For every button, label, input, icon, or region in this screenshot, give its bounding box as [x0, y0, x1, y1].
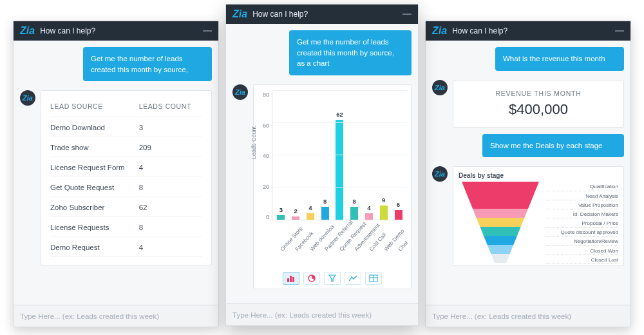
- line-chart-icon[interactable]: [345, 272, 361, 285]
- table-chart-icon[interactable]: [365, 272, 382, 285]
- chat-panel-kpi: Zia How can I help? What is the revenue …: [425, 21, 631, 327]
- table-row: License Requests8: [50, 218, 202, 237]
- col-count: LEADS COUNT: [139, 99, 202, 117]
- cell-source: Get Quote Request: [50, 178, 138, 197]
- bar-value-label: 6: [397, 201, 400, 208]
- pie-chart-icon[interactable]: [303, 272, 320, 285]
- funnel-segment[interactable]: [480, 227, 520, 236]
- chat-panel-table: Zia How can I help? Get me the number of…: [13, 21, 219, 327]
- user-message: Get me the number of leads created this …: [289, 30, 412, 75]
- bar[interactable]: 62: [336, 120, 343, 220]
- funnel-segment[interactable]: [491, 254, 509, 263]
- cell-count: 8: [139, 218, 202, 237]
- cell-source: Demo Request: [50, 238, 138, 257]
- funnel-stage-label: Id. Decision Makers: [546, 211, 618, 219]
- y-tick: 0: [258, 214, 269, 220]
- zia-logo: Zia: [432, 25, 447, 37]
- funnel-stage-labels: QualificationNeed AnalysisValue Proposit…: [546, 182, 618, 265]
- bar[interactable]: 4: [307, 213, 314, 220]
- bar[interactable]: 9: [380, 206, 388, 220]
- minimize-icon[interactable]: [402, 14, 412, 15]
- bar[interactable]: 8: [321, 207, 329, 220]
- ai-response-row: Zia Leads Count 806040200 3248628496 Onl…: [232, 84, 412, 289]
- y-tick: 60: [258, 122, 269, 129]
- funnel-stage-label: Negotiation/Review: [546, 238, 618, 246]
- svg-rect-1: [290, 276, 292, 282]
- cell-source: License Request Form: [50, 158, 138, 177]
- bar[interactable]: 6: [395, 210, 402, 220]
- ai-response-row: Zia LEAD SOURCE LEADS COUNT Demo Downlao…: [20, 90, 212, 265]
- user-message: What is the revenue this month: [495, 47, 624, 71]
- funnel-chart-icon[interactable]: [324, 272, 341, 285]
- table-row: License Request Form4: [50, 158, 202, 177]
- funnel-segment[interactable]: [477, 218, 525, 227]
- cell-count: 4: [139, 238, 202, 257]
- funnel-stage-label: Closed Won: [546, 247, 618, 256]
- bar-chart-icon[interactable]: [283, 272, 299, 285]
- cell-source: License Requests: [50, 218, 138, 237]
- funnel-stage-label: Qualification: [546, 183, 618, 191]
- y-tick: 40: [258, 153, 269, 159]
- bar[interactable]: 3: [277, 215, 285, 220]
- funnel-segment[interactable]: [488, 245, 514, 254]
- zia-logo: Zia: [232, 8, 247, 20]
- table-row: Trade show209: [50, 139, 202, 157]
- y-axis-label: Leads Count: [251, 126, 257, 159]
- chat-panel-chart: Zia How can I help? Get me the number of…: [225, 4, 419, 326]
- bar-value-label: 3: [279, 206, 283, 213]
- zia-avatar-icon: Zia: [432, 80, 448, 95]
- cell-source: Demo Downlaod: [50, 119, 138, 137]
- titlebar: Zia How can I help?: [226, 5, 418, 24]
- funnel-stage-label: Quote discount approved: [546, 229, 618, 237]
- funnel-segment[interactable]: [473, 209, 528, 218]
- chat-input[interactable]: Type Here... (ex: Leads created this wee…: [426, 305, 630, 327]
- zia-logo: Zia: [20, 25, 35, 37]
- cell-count: 62: [139, 198, 202, 217]
- plot-area: 3248628496: [272, 91, 407, 220]
- bar-value-label: 2: [294, 207, 297, 215]
- chat-input[interactable]: Type Here... (ex: Leads created this wee…: [14, 305, 218, 327]
- chat-body: What is the revenue this month Zia REVEN…: [426, 41, 630, 305]
- minimize-icon[interactable]: [203, 30, 212, 32]
- svg-rect-2: [292, 277, 294, 282]
- table-row: Zoho Subscriber62: [50, 198, 202, 217]
- funnel-stage-label: Value Proposition: [546, 202, 618, 210]
- zia-avatar-icon: Zia: [232, 84, 248, 100]
- cell-count: 209: [139, 139, 202, 157]
- table-card: LEAD SOURCE LEADS COUNT Demo Downlaod3Tr…: [41, 90, 212, 265]
- cell-count: 8: [139, 178, 202, 197]
- y-tick: 20: [258, 184, 269, 190]
- titlebar: Zia How can I help?: [14, 21, 218, 41]
- bar-value-label: 9: [382, 196, 385, 204]
- table-row: Demo Request4: [50, 238, 202, 257]
- svg-rect-0: [287, 278, 289, 282]
- kpi-card: REVENUE THIS MONTH $400,000: [453, 80, 624, 128]
- bar[interactable]: 8: [350, 207, 358, 220]
- chart-card: Leads Count 806040200 3248628496 Online …: [253, 84, 412, 289]
- minimize-icon[interactable]: [615, 30, 624, 32]
- titlebar: Zia How can I help?: [426, 21, 630, 41]
- funnel-segment[interactable]: [469, 200, 531, 209]
- bar-value-label: 8: [323, 198, 327, 205]
- user-message: Get me the number of leads created this …: [83, 47, 212, 81]
- cell-source: Trade show: [50, 139, 138, 157]
- chart-type-toolbar: [258, 272, 407, 285]
- funnel-segment[interactable]: [484, 236, 517, 245]
- lead-source-table: LEAD SOURCE LEADS COUNT Demo Downlaod3Tr…: [49, 97, 204, 258]
- chat-input[interactable]: Type Here... (ex: Leads created this wee…: [226, 303, 418, 325]
- bar-value-label: 4: [308, 204, 312, 211]
- bar[interactable]: 2: [292, 216, 299, 220]
- user-message: Show me the Deals by each stage: [482, 134, 624, 158]
- title-text: How can I help?: [252, 10, 397, 19]
- funnel-stage-label: Need Analysis: [546, 193, 618, 201]
- title-text: How can I help?: [452, 26, 610, 35]
- bar[interactable]: 4: [365, 213, 373, 220]
- funnel-segment[interactable]: [462, 182, 539, 191]
- cell-count: 3: [139, 119, 202, 137]
- funnel-segment[interactable]: [466, 191, 536, 200]
- funnel-card: Deals by stage QualificationNeed Analysi…: [453, 166, 624, 266]
- y-axis: 806040200: [258, 91, 272, 220]
- kpi-value: $400,000: [460, 101, 617, 118]
- zia-avatar-icon: Zia: [20, 90, 35, 106]
- ai-response-row: Zia Deals by stage QualificationNeed Ana…: [432, 166, 624, 266]
